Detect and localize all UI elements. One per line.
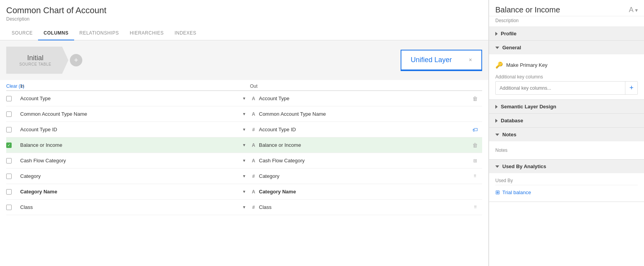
section-used-by-analytics-header[interactable]: Used By Analytics — [489, 160, 644, 173]
grid-icon-5[interactable]: ⊞ — [473, 158, 477, 163]
row-in-7: Category Name — [20, 189, 238, 195]
dropdown-arrow-3[interactable]: ▼ — [242, 127, 246, 132]
tab-relationships[interactable]: RELATIONSHIPS — [74, 26, 125, 40]
row-action-6[interactable]: ⠿ — [468, 174, 482, 178]
row-arrow-7[interactable]: ▼ — [238, 190, 250, 194]
row-in-3: Account Type ID — [20, 127, 238, 132]
general-chevron-icon — [495, 47, 499, 49]
pipeline-add-button[interactable]: + — [70, 54, 82, 66]
row-arrow-8[interactable]: ▼ — [238, 205, 250, 209]
section-general-label: General — [502, 45, 521, 50]
row-out-5: A Cash Flow Category — [250, 157, 468, 164]
row-checkbox-7[interactable] — [6, 189, 20, 195]
tag-icon-3[interactable]: 🏷 — [472, 127, 478, 133]
table-row: Account Type ID ▼ # Account Type ID 🏷 — [6, 122, 482, 137]
section-used-by-analytics: Used By Analytics Used By ⊞ Trial balanc… — [489, 160, 644, 202]
row-checkbox-8[interactable] — [6, 205, 20, 210]
row-action-8[interactable]: ⠿ — [468, 205, 482, 209]
additional-key-columns-field[interactable] — [496, 83, 625, 94]
row-checkbox-1[interactable] — [6, 96, 20, 101]
section-general-content: 🔑 Make Primary Key Additional key column… — [489, 54, 644, 99]
dropdown-arrow-2[interactable]: ▼ — [242, 112, 246, 116]
section-notes: Notes Notes — [489, 128, 644, 160]
row-checkbox-5[interactable] — [6, 158, 20, 163]
type-icon-text-5: A — [250, 157, 257, 164]
row-in-2: Common Account Type Name — [20, 111, 238, 117]
type-icon-num-8: # — [250, 204, 257, 211]
additional-key-columns-input[interactable]: + — [495, 81, 638, 95]
pipeline-unified-box[interactable]: Unified Layer × — [401, 50, 482, 71]
table-row: Category ▼ # Category ⠿ — [6, 169, 482, 184]
section-profile: Profile — [489, 27, 644, 41]
make-primary-key-row[interactable]: 🔑 Make Primary Key — [495, 59, 638, 71]
trash-icon-1[interactable]: 🗑 — [472, 96, 478, 102]
row-out-8: # Class — [250, 204, 468, 211]
dropdown-arrow-7[interactable]: ▼ — [242, 190, 246, 194]
dropdown-arrow-1[interactable]: ▼ — [242, 96, 246, 101]
pipeline-unified-label: Unified Layer — [411, 56, 452, 64]
checkbox-1[interactable] — [6, 96, 12, 101]
row-arrow-2[interactable]: ▼ — [238, 112, 250, 116]
dropdown-arrow-4[interactable]: ▼ — [242, 143, 246, 147]
checkbox-8[interactable] — [6, 205, 12, 210]
row-in-5: Cash Flow Category — [20, 158, 238, 163]
row-action-1[interactable]: 🗑 — [468, 96, 482, 102]
right-panel-title-group: Balance or Income A ▾ — [495, 5, 638, 14]
row-action-3[interactable]: 🏷 — [468, 127, 482, 133]
tab-columns[interactable]: COLUMNS — [38, 26, 74, 40]
section-general-header[interactable]: General — [489, 41, 644, 54]
checkbox-3[interactable] — [6, 127, 12, 132]
type-icon-num-3: # — [250, 126, 257, 133]
table-row: Class ▼ # Class ⠿ — [6, 200, 482, 215]
section-semantic-layer-header[interactable]: Semantic Layer Design — [489, 100, 644, 113]
trash-icon-4[interactable]: 🗑 — [472, 142, 478, 148]
row-checkbox-3[interactable] — [6, 127, 20, 132]
row-action-4[interactable]: 🗑 — [468, 142, 482, 148]
checkbox-6[interactable] — [6, 174, 12, 179]
dots-icon-6[interactable]: ⠿ — [474, 174, 477, 178]
checkbox-4[interactable] — [6, 143, 12, 148]
section-profile-header[interactable]: Profile — [489, 27, 644, 40]
tab-hierarchies[interactable]: HIERARCHIES — [124, 26, 169, 40]
row-arrow-1[interactable]: ▼ — [238, 96, 250, 101]
row-arrow-5[interactable]: ▼ — [238, 158, 250, 163]
trial-balance-link[interactable]: Trial balance — [502, 190, 531, 195]
type-icon-text-2: A — [250, 111, 257, 118]
row-arrow-4[interactable]: ▼ — [238, 143, 250, 147]
type-icon-num-6: # — [250, 173, 257, 180]
checkbox-5[interactable] — [6, 158, 12, 163]
row-checkbox-2[interactable] — [6, 111, 20, 117]
pipeline-unified-close-button[interactable]: × — [469, 57, 472, 63]
row-in-8: Class — [20, 204, 238, 210]
dropdown-arrow-8[interactable]: ▼ — [242, 205, 246, 209]
dropdown-arrow-5[interactable]: ▼ — [242, 158, 246, 163]
key-icon: 🔑 — [495, 61, 503, 69]
right-panel-description: Description — [489, 16, 644, 27]
checkbox-2[interactable] — [6, 111, 12, 117]
tab-indexes[interactable]: INDEXES — [169, 26, 202, 40]
section-notes-header[interactable]: Notes — [489, 128, 644, 141]
add-key-column-button[interactable]: + — [625, 82, 637, 94]
table-row: Common Account Type Name ▼ A Common Acco… — [6, 106, 482, 122]
row-in-6: Category — [20, 173, 238, 179]
section-general: General 🔑 Make Primary Key Additional ke… — [489, 41, 644, 100]
right-panel: Balance or Income A ▾ Description Profil… — [489, 0, 644, 266]
notes-text[interactable]: Notes — [495, 146, 638, 155]
dots-icon-8[interactable]: ⠿ — [474, 205, 477, 209]
dropdown-arrow-6[interactable]: ▼ — [242, 174, 246, 178]
section-database-header[interactable]: Database — [489, 114, 644, 127]
row-action-5[interactable]: ⊞ — [468, 158, 482, 163]
notes-chevron-icon — [495, 134, 499, 136]
row-checkbox-4[interactable] — [6, 143, 20, 148]
row-checkbox-6[interactable] — [6, 174, 20, 179]
database-chevron-icon — [495, 119, 498, 123]
row-arrow-6[interactable]: ▼ — [238, 174, 250, 178]
section-notes-content: Notes — [489, 141, 644, 159]
tab-source[interactable]: SOURCE — [6, 26, 38, 40]
section-semantic-layer: Semantic Layer Design — [489, 100, 644, 114]
checkbox-7[interactable] — [6, 189, 12, 195]
title-type-icon: A — [629, 6, 634, 14]
pipeline-initial-box[interactable]: Initial SOURCE TABLE — [6, 47, 68, 74]
title-dropdown-icon[interactable]: ▾ — [635, 7, 638, 13]
row-arrow-3[interactable]: ▼ — [238, 127, 250, 132]
